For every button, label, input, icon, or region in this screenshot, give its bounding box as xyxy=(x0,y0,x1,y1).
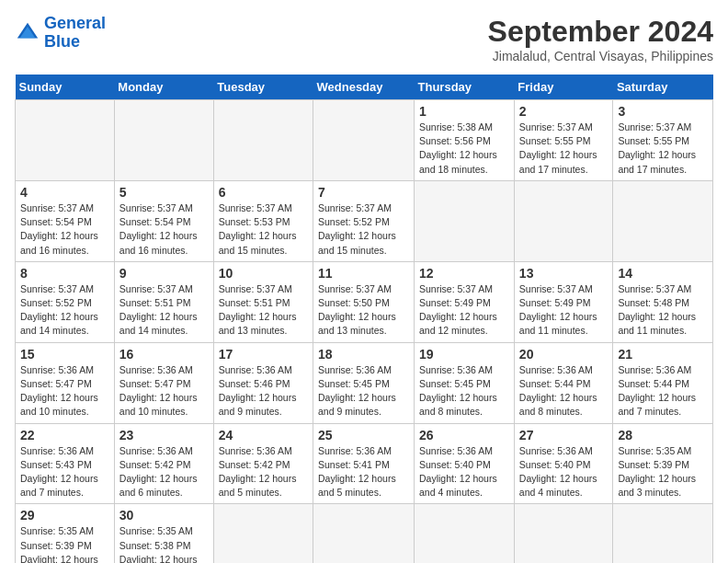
day-info: Sunrise: 5:37 AMSunset: 5:52 PMDaylight:… xyxy=(318,201,409,258)
calendar-cell: 25Sunrise: 5:36 AMSunset: 5:41 PMDayligh… xyxy=(313,423,415,504)
calendar-cell: 9Sunrise: 5:37 AMSunset: 5:51 PMDaylight… xyxy=(114,261,213,342)
day-number: 16 xyxy=(119,347,209,362)
day-number: 13 xyxy=(519,266,609,281)
calendar-cell: 6Sunrise: 5:37 AMSunset: 5:53 PMDaylight… xyxy=(213,180,313,261)
calendar-week-row: 8Sunrise: 5:37 AMSunset: 5:52 PMDaylight… xyxy=(16,261,713,342)
day-info: Sunrise: 5:37 AMSunset: 5:54 PMDaylight:… xyxy=(20,201,109,258)
month-title: September 2024 xyxy=(488,15,713,49)
calendar-cell xyxy=(313,504,415,563)
calendar-cell: 7Sunrise: 5:37 AMSunset: 5:52 PMDaylight… xyxy=(313,180,415,261)
day-number: 30 xyxy=(119,508,209,523)
calendar-cell: 21Sunrise: 5:36 AMSunset: 5:44 PMDayligh… xyxy=(613,342,713,423)
day-info: Sunrise: 5:36 AMSunset: 5:41 PMDaylight:… xyxy=(318,444,409,500)
day-info: Sunrise: 5:36 AMSunset: 5:42 PMDaylight:… xyxy=(219,444,308,500)
logo-text: General Blue xyxy=(44,15,106,52)
calendar-cell: 10Sunrise: 5:37 AMSunset: 5:51 PMDayligh… xyxy=(213,261,313,342)
day-info: Sunrise: 5:37 AMSunset: 5:48 PMDaylight:… xyxy=(618,282,708,339)
day-number: 28 xyxy=(618,428,708,442)
calendar-cell: 30Sunrise: 5:35 AMSunset: 5:38 PMDayligh… xyxy=(114,504,213,563)
calendar-cell: 13Sunrise: 5:37 AMSunset: 5:49 PMDayligh… xyxy=(514,261,613,342)
day-info: Sunrise: 5:37 AMSunset: 5:53 PMDaylight:… xyxy=(219,201,308,258)
calendar-week-row: 29Sunrise: 5:35 AMSunset: 5:39 PMDayligh… xyxy=(16,504,713,563)
calendar-cell: 20Sunrise: 5:36 AMSunset: 5:44 PMDayligh… xyxy=(514,342,613,423)
day-info: Sunrise: 5:36 AMSunset: 5:44 PMDaylight:… xyxy=(519,363,609,419)
day-number: 19 xyxy=(419,347,509,362)
calendar-cell xyxy=(514,180,613,261)
day-number: 27 xyxy=(519,428,609,442)
day-info: Sunrise: 5:37 AMSunset: 5:55 PMDaylight:… xyxy=(618,121,708,177)
day-number: 3 xyxy=(618,104,708,119)
page-header: General Blue September 2024 Jimalalud, C… xyxy=(15,15,713,63)
header-friday: Friday xyxy=(514,75,613,100)
day-number: 4 xyxy=(20,185,109,200)
calendar-week-row: 15Sunrise: 5:36 AMSunset: 5:47 PMDayligh… xyxy=(16,342,713,423)
calendar-cell: 18Sunrise: 5:36 AMSunset: 5:45 PMDayligh… xyxy=(313,342,415,423)
day-number: 22 xyxy=(20,428,109,442)
header-tuesday: Tuesday xyxy=(213,75,313,100)
calendar-week-row: 22Sunrise: 5:36 AMSunset: 5:43 PMDayligh… xyxy=(16,423,713,504)
header-thursday: Thursday xyxy=(415,75,515,100)
day-number: 15 xyxy=(20,347,109,362)
calendar-cell: 26Sunrise: 5:36 AMSunset: 5:40 PMDayligh… xyxy=(415,423,515,504)
calendar-cell: 23Sunrise: 5:36 AMSunset: 5:42 PMDayligh… xyxy=(114,423,213,504)
logo-icon xyxy=(15,20,40,46)
day-info: Sunrise: 5:37 AMSunset: 5:49 PMDaylight:… xyxy=(519,282,609,339)
calendar-cell xyxy=(415,180,515,261)
calendar-cell xyxy=(213,100,313,181)
day-info: Sunrise: 5:36 AMSunset: 5:45 PMDaylight:… xyxy=(318,363,409,419)
day-info: Sunrise: 5:36 AMSunset: 5:47 PMDaylight:… xyxy=(119,363,209,419)
calendar-table: SundayMondayTuesdayWednesdayThursdayFrid… xyxy=(15,75,713,563)
location-subtitle: Jimalalud, Central Visayas, Philippines xyxy=(488,49,713,63)
day-number: 6 xyxy=(219,185,308,200)
calendar-week-row: 4Sunrise: 5:37 AMSunset: 5:54 PMDaylight… xyxy=(16,180,713,261)
calendar-cell: 29Sunrise: 5:35 AMSunset: 5:39 PMDayligh… xyxy=(16,504,115,563)
calendar-header-row: SundayMondayTuesdayWednesdayThursdayFrid… xyxy=(16,75,713,100)
calendar-cell: 17Sunrise: 5:36 AMSunset: 5:46 PMDayligh… xyxy=(213,342,313,423)
day-number: 20 xyxy=(519,347,609,362)
day-number: 21 xyxy=(618,347,708,362)
calendar-cell: 24Sunrise: 5:36 AMSunset: 5:42 PMDayligh… xyxy=(213,423,313,504)
calendar-cell xyxy=(613,504,713,563)
calendar-cell xyxy=(114,100,213,181)
calendar-cell: 1Sunrise: 5:38 AMSunset: 5:56 PMDaylight… xyxy=(415,100,515,181)
day-number: 1 xyxy=(419,104,509,119)
calendar-cell xyxy=(313,100,415,181)
day-number: 2 xyxy=(519,104,609,119)
day-number: 29 xyxy=(20,508,109,523)
day-info: Sunrise: 5:37 AMSunset: 5:52 PMDaylight:… xyxy=(20,282,109,339)
day-number: 9 xyxy=(119,266,209,281)
day-number: 7 xyxy=(318,185,409,200)
calendar-cell: 12Sunrise: 5:37 AMSunset: 5:49 PMDayligh… xyxy=(415,261,515,342)
day-info: Sunrise: 5:36 AMSunset: 5:45 PMDaylight:… xyxy=(419,363,509,419)
day-info: Sunrise: 5:38 AMSunset: 5:56 PMDaylight:… xyxy=(419,121,509,177)
day-info: Sunrise: 5:37 AMSunset: 5:54 PMDaylight:… xyxy=(119,201,209,258)
day-number: 25 xyxy=(318,428,409,442)
calendar-cell: 4Sunrise: 5:37 AMSunset: 5:54 PMDaylight… xyxy=(16,180,115,261)
calendar-cell xyxy=(415,504,515,563)
calendar-cell: 19Sunrise: 5:36 AMSunset: 5:45 PMDayligh… xyxy=(415,342,515,423)
day-info: Sunrise: 5:37 AMSunset: 5:51 PMDaylight:… xyxy=(219,282,308,339)
day-info: Sunrise: 5:35 AMSunset: 5:39 PMDaylight:… xyxy=(618,444,708,500)
day-number: 23 xyxy=(119,428,209,442)
day-number: 10 xyxy=(219,266,308,281)
calendar-cell: 2Sunrise: 5:37 AMSunset: 5:55 PMDaylight… xyxy=(514,100,613,181)
day-number: 14 xyxy=(618,266,708,281)
calendar-week-row: 1Sunrise: 5:38 AMSunset: 5:56 PMDaylight… xyxy=(16,100,713,181)
day-info: Sunrise: 5:37 AMSunset: 5:51 PMDaylight:… xyxy=(119,282,209,339)
logo-line2: Blue xyxy=(44,32,80,51)
header-wednesday: Wednesday xyxy=(313,75,415,100)
day-info: Sunrise: 5:36 AMSunset: 5:46 PMDaylight:… xyxy=(219,363,308,419)
day-info: Sunrise: 5:37 AMSunset: 5:49 PMDaylight:… xyxy=(419,282,509,339)
day-number: 26 xyxy=(419,428,509,442)
day-info: Sunrise: 5:35 AMSunset: 5:39 PMDaylight:… xyxy=(20,524,109,563)
calendar-cell: 14Sunrise: 5:37 AMSunset: 5:48 PMDayligh… xyxy=(613,261,713,342)
day-number: 12 xyxy=(419,266,509,281)
day-info: Sunrise: 5:37 AMSunset: 5:50 PMDaylight:… xyxy=(318,282,409,339)
calendar-cell: 8Sunrise: 5:37 AMSunset: 5:52 PMDaylight… xyxy=(16,261,115,342)
header-monday: Monday xyxy=(114,75,213,100)
day-number: 18 xyxy=(318,347,409,362)
day-info: Sunrise: 5:36 AMSunset: 5:40 PMDaylight:… xyxy=(419,444,509,500)
day-info: Sunrise: 5:36 AMSunset: 5:40 PMDaylight:… xyxy=(519,444,609,500)
calendar-cell: 28Sunrise: 5:35 AMSunset: 5:39 PMDayligh… xyxy=(613,423,713,504)
day-info: Sunrise: 5:36 AMSunset: 5:43 PMDaylight:… xyxy=(20,444,109,500)
